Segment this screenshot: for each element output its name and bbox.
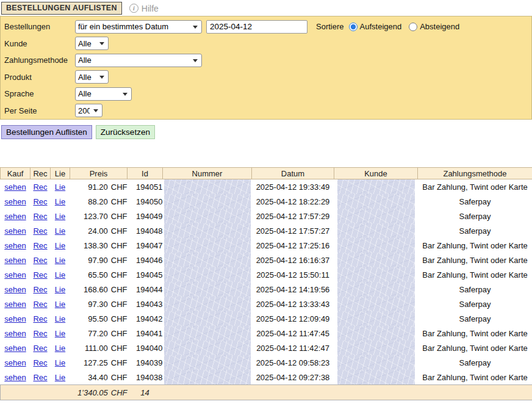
order-id: 194039: [136, 358, 162, 367]
currency-label: CHF: [111, 314, 128, 323]
order-date: 2025-04-12 16:16:37: [256, 256, 330, 265]
lie-link[interactable]: Lie: [55, 241, 65, 250]
sehen-link[interactable]: sehen: [4, 197, 26, 206]
lie-link[interactable]: Lie: [55, 300, 65, 309]
rec-link[interactable]: Rec: [33, 344, 47, 353]
order-date: 2025-04-12 17:57:27: [256, 226, 330, 236]
sehen-link[interactable]: sehen: [4, 314, 26, 323]
lie-link[interactable]: Lie: [55, 226, 65, 236]
help-link[interactable]: i Hilfe: [129, 4, 159, 13]
rec-link[interactable]: Rec: [33, 300, 47, 309]
lie-link[interactable]: Lie: [55, 314, 65, 323]
ascending-radio[interactable]: [349, 23, 358, 31]
kunde-select[interactable]: Alle: [75, 37, 109, 50]
redacted-number: [164, 179, 251, 194]
sprache-select[interactable]: Alle: [75, 87, 132, 101]
total-price: 1’340.05CHF: [70, 385, 128, 400]
order-date: 2025-04-12 11:47:45: [256, 329, 329, 338]
table-header-row: Kauf Rec Lie Preis Id Nummer Datum Kunde…: [1, 168, 532, 179]
order-id: 194050: [136, 197, 162, 206]
sort-option-ascending[interactable]: Aufsteigend: [349, 22, 402, 31]
order-date: 2025-04-12 09:58:23: [256, 358, 330, 367]
descending-label: Absteigend: [420, 22, 459, 31]
price-value: 97.90: [88, 256, 108, 265]
redacted-customer: [337, 370, 415, 384]
lie-link[interactable]: Lie: [55, 358, 65, 367]
sehen-link[interactable]: sehen: [4, 285, 26, 294]
lie-link[interactable]: Lie: [55, 285, 65, 294]
currency-label: CHF: [111, 197, 128, 206]
date-input[interactable]: [206, 20, 307, 34]
redacted-number: [164, 238, 251, 253]
rec-link[interactable]: Rec: [33, 373, 47, 382]
payment-method: Bar Zahlung, Twint oder Karte: [422, 241, 527, 250]
sehen-link[interactable]: sehen: [4, 373, 26, 382]
filter-row-bestellungen: Bestellungen für ein bestimmtes Datum So…: [1, 18, 531, 35]
currency-label: CHF: [111, 212, 128, 221]
price-value: 91.20: [88, 182, 108, 192]
lie-link[interactable]: Lie: [55, 212, 65, 221]
sehen-link[interactable]: sehen: [4, 212, 26, 221]
produkt-select[interactable]: Alle: [75, 70, 109, 84]
ascending-label: Aufsteigend: [360, 22, 402, 31]
sehen-link[interactable]: sehen: [4, 358, 26, 367]
lie-link[interactable]: Lie: [55, 373, 65, 382]
rec-link[interactable]: Rec: [33, 212, 47, 221]
currency-label: CHF: [111, 344, 128, 353]
sehen-link[interactable]: sehen: [4, 344, 26, 353]
order-row: sehenRecLie77.20CHF1940412025-04-12 11:4…: [1, 326, 532, 341]
rec-link[interactable]: Rec: [33, 182, 47, 192]
descending-radio[interactable]: [409, 23, 417, 31]
bestellungen-select[interactable]: für ein bestimmtes Datum: [75, 20, 202, 34]
sehen-link[interactable]: sehen: [4, 226, 26, 236]
payment-method: Bar Zahlung, Twint oder Karte: [422, 270, 527, 280]
payment-method: Saferpay: [459, 285, 491, 294]
sehen-link[interactable]: sehen: [4, 256, 26, 265]
rec-link[interactable]: Rec: [33, 285, 47, 294]
redacted-number: [164, 267, 251, 282]
redacted-number: [164, 282, 251, 297]
sehen-link[interactable]: sehen: [4, 270, 26, 280]
order-id: 194045: [136, 270, 162, 280]
rec-link[interactable]: Rec: [33, 226, 47, 236]
sehen-link[interactable]: sehen: [4, 241, 26, 250]
rec-link[interactable]: Rec: [33, 329, 47, 338]
order-row: sehenRecLie97.90CHF1940462025-04-12 16:1…: [1, 253, 532, 267]
col-header-preis: Preis: [70, 168, 128, 179]
rec-link[interactable]: Rec: [33, 314, 47, 323]
order-id: 194042: [136, 314, 162, 323]
order-id: 194044: [136, 285, 162, 294]
order-row: sehenRecLie127.25CHF1940392025-04-12 09:…: [1, 355, 532, 370]
price-value: 127.25: [84, 358, 108, 367]
lie-link[interactable]: Lie: [55, 182, 65, 192]
top-bar: BESTELLUNGEN AUFLISTEN i Hilfe: [0, 0, 532, 16]
lie-link[interactable]: Lie: [55, 197, 65, 206]
rec-link[interactable]: Rec: [33, 358, 47, 367]
currency-label: CHF: [111, 270, 128, 280]
sort-option-descending[interactable]: Absteigend: [409, 22, 459, 31]
price-value: 123.70: [84, 212, 108, 221]
lie-link[interactable]: Lie: [55, 329, 65, 338]
rec-link[interactable]: Rec: [33, 241, 47, 250]
sehen-link[interactable]: sehen: [4, 300, 26, 309]
totals-row: 1’340.05CHF 14: [1, 385, 532, 400]
redacted-customer: [337, 341, 415, 355]
lie-link[interactable]: Lie: [55, 270, 65, 280]
zahlungsmethode-select[interactable]: Alle: [75, 54, 202, 67]
per-seite-select[interactable]: 200: [75, 104, 102, 117]
sehen-link[interactable]: sehen: [4, 329, 26, 338]
rec-link[interactable]: Rec: [33, 256, 47, 265]
currency-label: CHF: [111, 182, 128, 192]
rec-link[interactable]: Rec: [33, 270, 47, 280]
order-row: sehenRecLie168.60CHF1940442025-04-12 14:…: [1, 282, 532, 297]
lie-link[interactable]: Lie: [55, 256, 65, 265]
redacted-customer: [337, 297, 415, 311]
col-header-nummer: Nummer: [163, 168, 252, 179]
redacted-customer: [337, 326, 415, 341]
sehen-link[interactable]: sehen: [4, 182, 26, 192]
reset-button[interactable]: Zurücksetzen: [96, 125, 155, 139]
order-id: 194049: [136, 212, 162, 221]
lie-link[interactable]: Lie: [55, 344, 65, 353]
list-orders-button[interactable]: Bestellungen Auflisten: [1, 125, 92, 139]
rec-link[interactable]: Rec: [33, 197, 47, 206]
